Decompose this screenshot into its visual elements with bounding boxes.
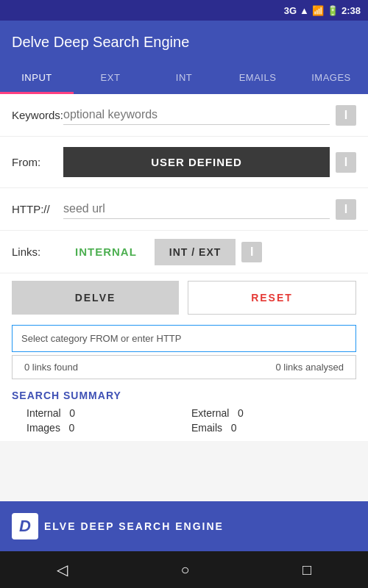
- user-defined-button[interactable]: USER DEFINED: [63, 147, 330, 177]
- images-count: Images 0: [26, 422, 191, 434]
- from-info-button[interactable]: I: [336, 152, 356, 173]
- app-bar: Delve Deep Search Engine: [0, 21, 368, 63]
- footer: D ELVE DEEP SEARCH ENGINE: [0, 501, 368, 551]
- footer-logo: D ELVE DEEP SEARCH ENGINE: [12, 513, 224, 539]
- links-found: 0 links found: [24, 362, 78, 373]
- reset-button[interactable]: RESET: [188, 281, 356, 315]
- internal-button[interactable]: INTERNAL: [63, 238, 149, 265]
- stats-bar: 0 links found 0 links analysed: [12, 355, 356, 379]
- tab-input[interactable]: INPUT: [0, 63, 74, 92]
- from-row: From: USER DEFINED I: [0, 137, 368, 188]
- links-analysed: 0 links analysed: [276, 362, 344, 373]
- links-label: Links:: [12, 245, 63, 258]
- network-indicator: 3G: [284, 5, 297, 16]
- battery-icon: 🔋: [327, 5, 339, 16]
- external-count: External 0: [191, 407, 356, 419]
- internal-count: Internal 0: [26, 407, 191, 419]
- keywords-row: Keywords: I: [0, 94, 368, 137]
- wifi-icon: 📶: [312, 5, 324, 16]
- tab-images[interactable]: IMAGES: [294, 63, 368, 92]
- http-label: HTTP://: [12, 203, 63, 215]
- action-row: DELVE RESET: [0, 273, 368, 322]
- keywords-input[interactable]: [63, 105, 330, 125]
- nav-bar: ◁ ○ □: [0, 551, 368, 588]
- tab-bar: INPUT EXT INT EMAILS IMAGES: [0, 63, 368, 94]
- keywords-info-button[interactable]: I: [336, 105, 356, 126]
- http-info-button[interactable]: I: [336, 199, 356, 220]
- int-ext-button[interactable]: INT / EXT: [155, 239, 236, 265]
- footer-logo-letter: D: [12, 513, 38, 539]
- summary-title: SEARCH SUMMARY: [12, 390, 356, 401]
- footer-tagline: ELVE DEEP SEARCH ENGINE: [44, 520, 224, 532]
- links-info-button[interactable]: I: [241, 242, 262, 262]
- status-icons: 3G ▲ 📶 🔋 2:38: [284, 5, 361, 16]
- seed-url-input[interactable]: [63, 199, 330, 219]
- delve-button[interactable]: DELVE: [12, 281, 179, 315]
- status-message: Select category FROM or enter HTTP: [12, 325, 356, 352]
- search-summary: SEARCH SUMMARY Internal 0 External 0 Ima…: [0, 382, 368, 441]
- recent-button[interactable]: □: [302, 562, 311, 578]
- time-display: 2:38: [342, 5, 361, 16]
- home-button[interactable]: ○: [180, 562, 189, 578]
- back-button[interactable]: ◁: [57, 561, 68, 578]
- emails-count: Emails 0: [191, 422, 356, 434]
- tab-emails[interactable]: EMAILS: [221, 63, 294, 92]
- signal-icon: ▲: [300, 5, 309, 16]
- main-content: Keywords: I From: USER DEFINED I HTTP://…: [0, 94, 368, 441]
- http-row: HTTP:// I: [0, 188, 368, 231]
- status-bar: 3G ▲ 📶 🔋 2:38: [0, 0, 368, 21]
- keywords-label: Keywords:: [12, 109, 63, 121]
- app-title: Delve Deep Search Engine: [12, 34, 189, 51]
- tab-ext[interactable]: EXT: [74, 63, 147, 92]
- from-label: From:: [12, 156, 63, 168]
- summary-grid: Internal 0 External 0 Images 0 Emails 0: [12, 407, 356, 434]
- tab-int[interactable]: INT: [147, 63, 221, 92]
- links-row: Links: INTERNAL INT / EXT I: [0, 231, 368, 273]
